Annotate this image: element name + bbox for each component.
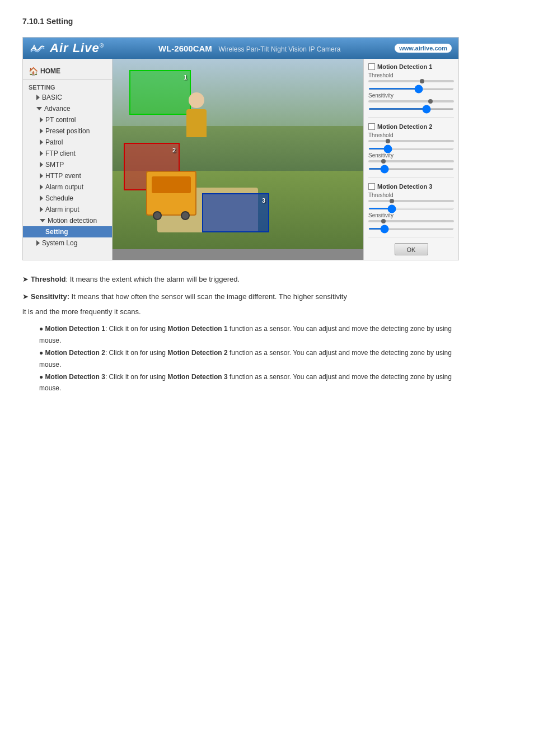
home-icon: 🏠 [29, 67, 38, 76]
camera-background: 1 2 3 [113, 59, 363, 249]
sidebar-item-alarm-input-label: Alarm input [45, 206, 79, 213]
threshold-label-3: Threshold [368, 192, 454, 198]
camera-view: 1 2 3 [113, 59, 363, 260]
bullet-motion3: ● Motion Detection 3: Click it on for us… [39, 371, 459, 394]
bullet-text1a: : Click it on for using [105, 325, 167, 333]
sidebar-item-motion-label: Motion detection [48, 217, 97, 225]
sensitivity-continued: it is and the more frequently it scans. [22, 306, 459, 318]
ok-button[interactable]: OK [395, 243, 428, 255]
threshold-label-2: Threshold [368, 132, 454, 138]
sensitivity-slider-3[interactable] [368, 228, 454, 230]
sensitivity-track-3 [368, 220, 454, 222]
controls-panel: Motion Detection 1 Threshold Sensitivity [363, 59, 458, 260]
motion-checkbox-1[interactable] [368, 63, 375, 70]
motion-group-3: Motion Detection 3 Threshold Sensitivity [368, 183, 454, 237]
triangle-icon-preset [40, 128, 43, 134]
sensitivity-desc: ➤ Sensitivity: It means that how often t… [22, 291, 459, 318]
sensitivity-slider-1[interactable] [368, 108, 454, 110]
sidebar-item-schedule[interactable]: Schedule [23, 193, 112, 204]
bullet-text3a: : Click it on for using [105, 373, 167, 381]
sidebar-item-schedule-label: Schedule [45, 194, 73, 202]
sidebar-item-pt-label: PT control [45, 116, 76, 124]
header-description: Wireless Pan-Tilt Night Vision IP Camera [218, 45, 340, 53]
threshold-slider-3[interactable] [368, 208, 454, 209]
sensitivity-thumb-3[interactable] [381, 219, 386, 223]
sidebar-item-ftp[interactable]: FTP client [23, 148, 112, 159]
sidebar-item-alarm-output-label: Alarm output [45, 183, 83, 191]
sidebar-item-alarm-input[interactable]: Alarm input [23, 204, 112, 215]
child-figure [180, 92, 213, 160]
threshold-slider-2[interactable] [368, 148, 454, 150]
motion-label-3: Motion Detection 3 [377, 183, 432, 190]
sidebar-item-smtp[interactable]: SMTP [23, 159, 112, 170]
sidebar-item-motion[interactable]: Motion detection [23, 215, 112, 226]
sidebar-home[interactable]: 🏠 HOME [23, 63, 112, 80]
triangle-icon-smtp [40, 162, 43, 167]
sidebar-item-preset[interactable]: Preset position [23, 125, 112, 137]
sidebar-item-setting[interactable]: Setting [23, 226, 112, 237]
header-bar: Air Live® WL-2600CAM Wireless Pan-Tilt N… [23, 38, 458, 59]
sidebar-item-advance[interactable]: Advance [23, 103, 112, 114]
sensitivity-label-2: Sensitivity [368, 152, 454, 158]
sidebar-item-patrol[interactable]: Patrol [23, 137, 112, 148]
bullet-term2b: Motion Detection 2 [167, 349, 227, 357]
bullet-term2: Motion Detection 2 [45, 349, 105, 357]
sidebar-item-advance-label: Advance [44, 105, 71, 113]
sidebar-item-http[interactable]: HTTP event [23, 170, 112, 181]
threshold-row-2: Threshold [368, 132, 454, 151]
bullet-term3b: Motion Detection 3 [167, 373, 227, 381]
motion-header-3: Motion Detection 3 [368, 183, 454, 190]
sidebar-item-basic[interactable]: BASIC [23, 92, 112, 103]
header-model: WL-2600CAM [158, 44, 212, 53]
page-title: 7.10.1 Setting [22, 17, 512, 26]
zone3-number: 3 [262, 197, 265, 204]
zone1-number: 1 [184, 74, 187, 81]
threshold-row-3: Threshold [368, 192, 454, 211]
motion-checkbox-3[interactable] [368, 183, 375, 190]
motion-checkbox-2[interactable] [368, 123, 375, 130]
sensitivity-row-1: Sensitivity [368, 92, 454, 111]
bullet-text2a: : Click it on for using [105, 349, 167, 357]
airlive-logo-text: Air Live® [50, 41, 104, 55]
motion-group-2: Motion Detection 2 Threshold Sensitivity [368, 123, 454, 178]
sidebar-item-pt-control[interactable]: PT control [23, 114, 112, 125]
motion-group-1: Motion Detection 1 Threshold Sensitivity [368, 63, 454, 118]
sidebar-item-preset-label: Preset position [45, 127, 90, 135]
motion-zone-3[interactable]: 3 [202, 193, 269, 232]
motion-header-2: Motion Detection 2 [368, 123, 454, 130]
sidebar: 🏠 HOME SETTING BASIC Advance PT control [23, 59, 113, 260]
threshold-term: Threshold [31, 275, 66, 283]
sensitivity-row-3: Sensitivity [368, 212, 454, 231]
threshold-thumb-2[interactable] [386, 139, 390, 143]
bullet-term1: Motion Detection 1 [45, 325, 105, 333]
ui-panel: Air Live® WL-2600CAM Wireless Pan-Tilt N… [22, 37, 459, 260]
triangle-icon-alarm-out [40, 184, 43, 190]
sensitivity-thumb-1[interactable] [428, 99, 433, 104]
motion-label-2: Motion Detection 2 [377, 123, 432, 130]
bullet-dot-3: ● [39, 373, 43, 381]
toy-cart [146, 171, 196, 216]
zone2-number: 2 [172, 147, 176, 153]
triangle-icon-syslog [36, 240, 40, 246]
sensitivity-slider-2[interactable] [368, 168, 454, 170]
sensitivity-track-1 [368, 100, 454, 102]
header-url: www.airlive.com [395, 44, 452, 53]
sidebar-item-basic-label: BASIC [42, 94, 62, 101]
threshold-thumb-3[interactable] [390, 199, 394, 203]
sidebar-item-http-label: HTTP event [45, 172, 81, 180]
sensitivity-text: It means that how often the sensor will … [69, 292, 347, 301]
threshold-thumb-1[interactable] [420, 79, 424, 83]
airlive-logo-waves [30, 43, 46, 54]
sidebar-item-syslog[interactable]: System Log [23, 237, 112, 249]
header-center: WL-2600CAM Wireless Pan-Tilt Night Visio… [158, 44, 340, 53]
sensitivity-label-3: Sensitivity [368, 212, 454, 218]
bullet-dot-1: ● [39, 325, 43, 333]
threshold-track-2 [368, 140, 454, 142]
sensitivity-thumb-2[interactable] [381, 159, 386, 164]
bullet-term1b: Motion Detection 1 [167, 325, 227, 333]
triangle-icon-schedule [40, 195, 43, 201]
triangle-icon-http [40, 173, 43, 179]
bullet-dot-2: ● [39, 349, 43, 357]
threshold-slider-1[interactable] [368, 88, 454, 90]
sidebar-item-alarm-output[interactable]: Alarm output [23, 181, 112, 193]
